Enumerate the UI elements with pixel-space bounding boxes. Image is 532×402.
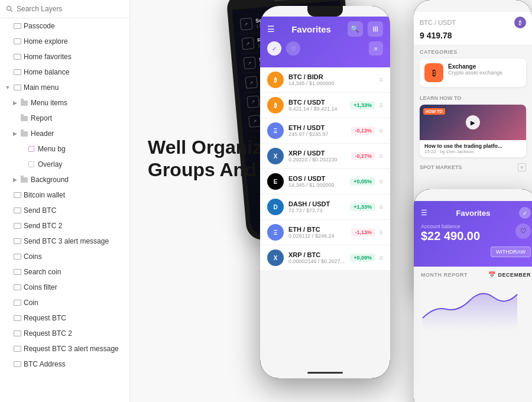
coin-info: EOS / USDT 14,345 / $1.000000 [288,175,335,188]
coin-info: DASH / USDT 72.73 / $72.73 [288,200,330,213]
layer-name: Home favorites [24,53,72,61]
layer-item-send-btc[interactable]: Send BTC [0,203,129,218]
spot-markets-label: SPOT MARKETS ≡ [414,161,532,174]
coin-sub: 245.97 / $245.97 [288,131,329,137]
layer-name: Request BTC [24,314,66,322]
coin-logo: ₿ [267,72,284,88]
chart-svg [421,283,531,330]
hamburger-icon-2[interactable]: ☰ [421,209,427,217]
video-thumb: HOW TO ▶ [420,105,526,140]
coin-item[interactable]: Ξ ETH / BTC 0.026112 / $246.24 -1,13% ≡ [260,220,390,245]
chevron-right-icon [12,131,18,137]
folder-icon [20,99,28,107]
coin-menu-icon: ≡ [379,76,383,84]
exchange-title: Exchange [448,63,502,70]
trans-icon: ↗ [245,76,258,89]
coin-item[interactable]: X XRP / USDT 0.20223 / $0.202230 -0,27% … [260,144,390,169]
layer-item-header[interactable]: Header [0,126,129,141]
folder-icon [20,129,28,138]
layer-name: Overlay [38,160,62,168]
layer-item-main-menu[interactable]: Main menu [0,80,129,95]
coin-sub: 0.20223 / $0.202230 [288,157,338,163]
withdraw-button[interactable]: WITHDRAW [491,247,531,257]
exchange-desc: Crypto asset exchange [448,70,502,76]
layer-item-menu-items[interactable]: Menu items [0,95,129,111]
layer-item-send-btc-3[interactable]: Send BTC 3 alert message [0,234,129,249]
coin-logo: X [267,148,284,164]
menu-icon[interactable]: ≡ [374,46,378,52]
folder-icon [20,114,28,122]
screen-icon [13,314,21,322]
coin-logo: Ξ [267,122,284,139]
qr-btn[interactable]: ⊞ [368,21,383,37]
screen-icon [13,22,21,30]
layer-item-search-coin[interactable]: Search coin [0,264,129,280]
layer-item-coins-filter[interactable]: Coins filter [0,280,129,295]
layer-item-request-btc[interactable]: Request BTC [0,310,129,326]
coin-menu-icon: ≡ [379,228,383,236]
rect-purple-icon [27,145,35,153]
coin-name: DASH / USDT [288,200,330,208]
account-title: Favorites [456,209,491,218]
layer-item-report[interactable]: Report [0,111,129,126]
hamburger-icon[interactable]: ☰ [267,24,275,34]
layer-item-home-favorites[interactable]: Home favorites [0,49,129,64]
layer-name: Coins filter [24,283,57,291]
screen-icon [13,329,21,338]
layer-name: Header [31,129,54,138]
chart-area [414,283,532,330]
coin-item[interactable]: ₿ BTC / BIDR 14,345 / $1.000000 ≡ [260,67,390,93]
layer-item-bitcoin-wallet[interactable]: Bitcoin wallet [0,187,129,203]
coin-name: EOS / USDT [288,175,335,182]
layer-name: Request BTC 3 alert message [24,345,119,353]
layer-name: Menu items [31,99,67,107]
screen-icon [13,222,21,230]
search-btn[interactable]: 🔍 [348,21,363,37]
coin-item[interactable]: D DASH / USDT 72.73 / $72.73 +1,33% ≡ [260,194,390,220]
layer-item-btc-address[interactable]: BTC Address [0,356,129,372]
exchange-icon: ₿ [424,63,443,82]
december-badge: 📅 December [488,271,531,278]
balance-value: $22 490.00 [421,229,480,243]
layer-item-request-btc-2[interactable]: Request BTC 2 [0,326,129,341]
layer-item-home-balance[interactable]: Home balance [0,64,129,80]
layer-name: Bitcoin wallet [24,191,65,199]
coin-item[interactable]: ₿ BTC / USDT 9,421.14 / $9,421.14 +1,33%… [260,93,390,118]
layer-item-background[interactable]: Background [0,172,129,187]
layer-name: Home explore [24,37,68,46]
layer-name: BTC Address [24,360,66,368]
layer-item-overlay[interactable]: Overlay [0,157,129,172]
phones-container: ↗ Send BTC 11 July, 17:05 -0.043010 BTC … [201,0,532,402]
screen-icon [13,252,21,261]
layer-item-request-btc-3[interactable]: Request BTC 3 alert message [0,341,129,356]
layer-item-passcode[interactable]: Passcode [0,18,129,34]
balance-label: Account balance [421,223,480,229]
layer-item-send-btc-2[interactable]: Send BTC 2 [0,218,129,234]
coin-item[interactable]: X XRP / BTC 0.00002146 / $0.2027... +0,0… [260,245,390,271]
heart-icon[interactable]: ♡ [515,223,531,239]
chevron-down-icon [5,85,11,90]
search-bar[interactable] [0,0,129,18]
coin-sub: 0.026112 / $246.24 [288,233,335,239]
screen-icon [13,283,21,291]
svg-point-0 [7,7,11,11]
coin-name: XRP / USDT [288,150,338,157]
layer-item-coin[interactable]: Coin [0,295,129,310]
layer-item-coins[interactable]: Coins [0,249,129,264]
layer-item-home-explore[interactable]: Home explore [0,34,129,49]
fav-tab-check[interactable]: ✓ [267,41,281,56]
search-layers-input[interactable] [17,5,124,13]
coin-sub: 9,421.14 / $9,421.14 [288,106,338,112]
fav-tab-heart[interactable]: ♡ [286,41,300,56]
coin-item[interactable]: E EOS / USDT 14,345 / $1.000000 +0,05% ≡ [260,169,390,194]
screen-icon [13,360,21,368]
play-button[interactable]: ▶ [466,115,480,129]
btc-label: BTC / USDT [420,19,456,26]
coin-menu-icon: ≡ [379,254,383,262]
trans-icon: ↗ [242,37,255,50]
coin-info: XRP / USDT 0.20223 / $0.202230 [288,150,338,163]
layer-item-menu-bg[interactable]: Menu bg [0,141,129,157]
coin-item[interactable]: Ξ ETH / USDT 245.97 / $245.97 -0,13% ≡ [260,118,390,144]
layer-name: Menu bg [38,145,66,153]
phone-main-screen: ☰ Favorites 🔍 ⊞ ✓ ♡ ≡ [260,6,390,378]
